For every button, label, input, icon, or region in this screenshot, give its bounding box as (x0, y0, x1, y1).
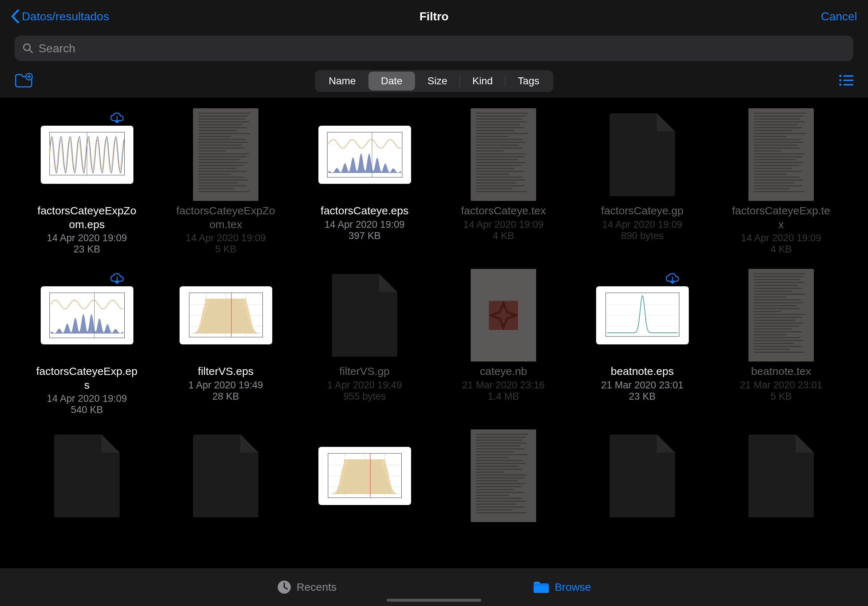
sort-tags[interactable]: Tags (505, 71, 552, 90)
file-name: beatnote.eps (611, 365, 674, 378)
new-folder-button[interactable] (14, 73, 33, 89)
file-size: 1.4 MB (488, 391, 519, 402)
file-item[interactable]: factorsCateyeExp.eps14 Apr 2020 19:09540… (22, 269, 152, 416)
sort-size[interactable]: Size (415, 71, 459, 90)
search-input[interactable]: Search (14, 36, 854, 61)
list-view-button[interactable] (839, 74, 854, 88)
file-size: 4 KB (770, 244, 792, 255)
new-folder-icon (14, 73, 33, 88)
file-name: factorsCateyeExpZoom.eps (36, 204, 138, 231)
file-thumbnail (735, 269, 828, 362)
file-name: filterVS.gp (339, 365, 390, 378)
bottom-tab-bar: Recents Browse (0, 568, 868, 606)
file-date: 21 Mar 2020 23:16 (462, 380, 545, 391)
search-bar-container: Search (0, 33, 868, 65)
svg-point-5 (839, 75, 842, 77)
file-size: 5 KB (770, 391, 792, 402)
file-item[interactable] (22, 430, 152, 525)
file-thumbnail (318, 430, 411, 522)
file-item[interactable]: factorsCateye.eps14 Apr 2020 19:09397 KB (299, 108, 429, 255)
sort-kind[interactable]: Kind (460, 71, 505, 90)
file-thumbnail (596, 108, 689, 201)
file-thumbnail (596, 269, 689, 362)
file-size: 4 KB (493, 230, 514, 241)
sort-date[interactable]: Date (369, 71, 415, 90)
file-name: factorsCateyeExp.eps (36, 365, 138, 392)
file-item[interactable]: cateye.nb21 Mar 2020 23:161.4 MB (439, 269, 569, 416)
file-thumbnail (41, 108, 133, 201)
chevron-left-icon (11, 9, 20, 23)
cloud-download-icon[interactable] (109, 272, 125, 286)
file-name: factorsCateye.tex (461, 204, 546, 218)
file-thumbnail (596, 430, 689, 522)
file-size: 955 bytes (343, 391, 386, 402)
sort-name[interactable]: Name (316, 71, 368, 90)
file-item[interactable]: filterVS.eps1 Apr 2020 19:4928 KB (161, 269, 291, 416)
file-date: 1 Apr 2020 19:49 (188, 380, 263, 391)
file-thumbnail (735, 430, 828, 522)
file-thumbnail (180, 430, 272, 522)
file-thumbnail (41, 269, 133, 362)
file-item[interactable]: factorsCateye.gp14 Apr 2020 19:09890 byt… (577, 108, 707, 255)
svg-rect-8 (843, 80, 854, 81)
file-item[interactable] (161, 430, 291, 525)
file-name: factorsCateyeExpZoom.tex (175, 204, 277, 231)
folder-icon (533, 581, 550, 594)
file-item[interactable]: factorsCateyeExpZoom.eps14 Apr 2020 19:0… (22, 108, 152, 255)
recents-tab[interactable]: Recents (277, 580, 336, 594)
title-bar: Datos/resultados Filtro Cancel (0, 0, 868, 33)
file-grid-container[interactable]: factorsCateyeExpZoom.eps14 Apr 2020 19:0… (0, 97, 868, 568)
browse-label: Browse (555, 581, 591, 593)
file-thumbnail (457, 108, 550, 201)
recents-label: Recents (297, 581, 336, 593)
file-item[interactable]: filterVS.gp1 Apr 2020 19:49955 bytes (299, 269, 429, 416)
file-size: 23 KB (73, 244, 100, 255)
search-placeholder: Search (39, 42, 75, 55)
cancel-button[interactable]: Cancel (821, 10, 857, 23)
file-item[interactable] (577, 430, 707, 525)
file-date: 14 Apr 2020 19:09 (602, 219, 683, 230)
file-item[interactable]: factorsCateye.tex14 Apr 2020 19:094 KB (439, 108, 569, 255)
file-item[interactable]: beatnote.tex21 Mar 2020 23:015 KB (716, 269, 846, 416)
file-thumbnail (180, 108, 272, 201)
svg-rect-39 (533, 584, 549, 585)
file-date: 14 Apr 2020 19:09 (47, 232, 127, 244)
file-item[interactable]: factorsCateyeExp.tex14 Apr 2020 19:094 K… (716, 108, 846, 255)
list-icon (839, 74, 854, 86)
file-thumbnail (457, 269, 550, 362)
file-thumbnail (41, 430, 133, 522)
file-item[interactable]: factorsCateyeExpZoom.tex14 Apr 2020 19:0… (161, 108, 291, 255)
svg-rect-26 (606, 293, 679, 336)
file-size: 23 KB (629, 391, 656, 402)
search-icon (23, 43, 33, 54)
sort-segmented-control: Name Date Size Kind Tags (315, 70, 553, 92)
file-thumbnail (180, 269, 272, 362)
file-item[interactable] (716, 430, 846, 525)
file-item[interactable]: beatnote.eps21 Mar 2020 23:0123 KB (577, 269, 707, 416)
cloud-download-icon[interactable] (665, 272, 680, 286)
file-item[interactable] (299, 430, 429, 525)
file-date: 14 Apr 2020 19:09 (741, 232, 822, 244)
home-indicator[interactable] (387, 599, 481, 601)
file-size: 397 KB (349, 230, 381, 241)
file-thumbnail (735, 108, 828, 201)
file-item[interactable] (439, 430, 569, 525)
file-name: factorsCateye.eps (321, 204, 409, 218)
file-size: 890 bytes (621, 230, 663, 241)
file-thumbnail (318, 269, 411, 362)
file-grid: factorsCateyeExpZoom.eps14 Apr 2020 19:0… (22, 108, 846, 525)
file-name: factorsCateyeExp.tex (730, 204, 832, 231)
svg-rect-6 (843, 75, 854, 77)
file-date: 21 Mar 2020 23:01 (740, 380, 823, 391)
file-date: 1 Apr 2020 19:49 (327, 380, 402, 391)
svg-point-7 (839, 79, 842, 81)
back-button[interactable]: Datos/resultados (11, 9, 109, 23)
back-label: Datos/resultados (22, 10, 109, 23)
file-date: 14 Apr 2020 19:09 (186, 232, 266, 244)
browse-tab[interactable]: Browse (533, 581, 591, 594)
page-title: Filtro (420, 10, 448, 23)
svg-point-9 (839, 83, 842, 86)
file-date: 14 Apr 2020 19:09 (47, 393, 127, 404)
toolbar: Name Date Size Kind Tags (0, 65, 868, 97)
cloud-download-icon[interactable] (109, 112, 125, 126)
